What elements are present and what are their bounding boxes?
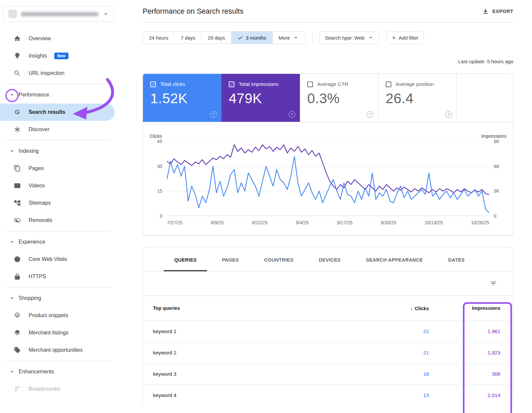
breadcrumb-icon [13,385,21,393]
sidebar-section-label: Performance [19,92,49,98]
sort-descending-icon: ↓ [410,306,413,311]
column-header-impressions[interactable]: Impressions [429,306,500,311]
performance-line-chart [167,141,489,216]
clicks-cell: 18 [357,371,429,377]
checkbox-unchecked-icon[interactable] [386,82,391,87]
right-axis-label: Impressions [481,133,506,139]
sidebar-divider [7,231,110,231]
tab-queries[interactable]: QUERIES [162,247,209,271]
date-range-7-days[interactable]: 7 days [174,32,201,44]
chevron-down-icon [367,34,374,41]
sidebar-item-url-inspection[interactable]: URL inspection [0,65,115,82]
chevron-down-icon [102,11,109,17]
help-icon[interactable]: ? [445,111,452,118]
sidebar-item-breadcrumbs[interactable]: Breadcrumbs [0,380,115,398]
sidebar-item-discover[interactable]: Discover [0,121,115,138]
property-selector[interactable] [3,6,114,22]
date-range-3-months[interactable]: 3 months [231,32,272,44]
table-row[interactable]: keyword 1 22 1,961 [143,320,513,342]
column-header-top-queries[interactable]: Top queries [153,306,357,311]
query-cell: keyword 1 [153,328,357,334]
sidebar-item-label: Discover [29,126,49,132]
date-range-more[interactable]: More [272,32,305,44]
sidebar-item-overview[interactable]: Overview [0,30,115,47]
sidebar-item-label: Insights [29,53,47,59]
tab-countries[interactable]: COUNTRIES [252,247,306,271]
average-ctr-tile[interactable]: Average CTR 0.3% ? [300,74,378,122]
total-impressions-tile[interactable]: Total impressions 479K ? [221,74,300,122]
segment-label: 3 months [246,35,266,41]
sidebar-section-experience[interactable]: Experience [0,233,115,251]
filter-icon[interactable] [490,280,497,287]
new-badge: New [54,53,68,59]
sidebar-item-merchant-opportunities[interactable]: Merchant opportunities [0,341,115,359]
performance-chart-card: Total clicks 1.52K ? Total impressions 4… [143,74,513,236]
sidebar-section-label: Shopping [19,295,41,301]
table-toolbar [143,272,513,296]
checkbox-checked-icon[interactable] [150,82,156,87]
plus-icon: + [392,35,396,41]
queries-table-card: QUERIES PAGES COUNTRIES DEVICES SEARCH A… [143,247,513,406]
sidebar-section-indexing[interactable]: Indexing [0,142,115,160]
sidebar-section-enhancements[interactable]: Enhancements [0,363,115,380]
tab-pages[interactable]: PAGES [209,247,251,271]
sidebar-item-insights[interactable]: Insights New [0,47,115,65]
sidebar-section-label: Enhancements [19,369,54,375]
sidebar-item-search-results[interactable]: G Search results [0,103,115,121]
export-button[interactable]: EXPORT [482,8,513,15]
tab-dates[interactable]: DATES [436,247,477,271]
table-row[interactable]: keyword 4 13 2,014 [143,384,513,406]
metric-label: Total impressions [239,81,279,87]
sidebar-section-shopping[interactable]: Shopping [0,290,115,307]
column-header-clicks[interactable]: ↓Clicks [357,306,429,311]
gauge-icon [13,256,21,263]
checkbox-checked-icon[interactable] [229,82,234,87]
home-icon [13,35,21,42]
table-row[interactable]: keyword 3 18 308 [143,363,513,384]
x-axis-ticks: 7/27/25 8/9/25 8/22/25 9/4/25 9/17/25 9/… [167,220,489,225]
sidebar-item-label: Search results [29,109,65,115]
tab-devices[interactable]: DEVICES [306,247,353,271]
sidebar-item-product-snippets[interactable]: Product snippets [0,307,115,324]
sidebar-item-merchant-listings[interactable]: Merchant listings [0,324,115,341]
sidebar-section-performance[interactable]: Performance [0,86,115,103]
help-icon[interactable]: ? [289,111,295,118]
video-icon [13,182,21,189]
metric-tiles: Total clicks 1.52K ? Total impressions 4… [143,74,513,122]
date-range-28-days[interactable]: 28 days [201,32,231,44]
date-range-24-hours[interactable]: 24 hours [143,32,174,44]
page-title: Performance on Search results [143,7,243,16]
sidebar-item-sitemaps[interactable]: Sitemaps [0,194,115,212]
metric-value: 1.52K [150,91,216,106]
clicks-cell: 22 [357,328,429,334]
sidebar-item-label: Breadcrumbs [29,386,60,392]
sidebar-item-label: Overview [29,36,51,42]
lock-icon [13,273,21,280]
table-row[interactable]: keyword 2 21 1,923 [143,342,513,363]
impressions-cell: 308 [429,371,500,377]
sidebar-item-videos[interactable]: Videos [0,177,115,194]
sidebar-item-https[interactable]: HTTPS [0,268,115,285]
sidebar-item-label: Merchant listings [29,330,68,336]
total-clicks-tile[interactable]: Total clicks 1.52K ? [143,74,221,122]
tab-search-appearance[interactable]: SEARCH APPEARANCE [353,247,435,271]
sidebar-item-label: HTTPS [29,274,46,280]
metric-value: 479K [229,91,295,106]
chevron-down-icon [9,148,15,154]
sidebar-item-pages[interactable]: Pages [0,160,115,177]
help-icon[interactable]: ? [210,111,217,118]
layers-filled-icon [13,329,21,336]
sidebar-item-removals[interactable]: Removals [0,212,115,229]
search-type-chip[interactable]: Search type: Web [319,31,380,44]
segment-label: More [279,35,290,41]
sidebar-item-core-web-vitals[interactable]: Core Web Vitals [0,251,115,268]
query-cell: keyword 4 [153,392,357,398]
sidebar-divider [7,287,110,288]
checkbox-unchecked-icon[interactable] [307,82,313,87]
average-position-tile[interactable]: Average position 26.4 ? [378,74,457,122]
sidebar-section-label: Experience [19,239,45,245]
add-filter-chip[interactable]: + Add filter [386,31,424,44]
sidebar-divider [7,361,110,361]
help-icon[interactable]: ? [367,111,373,118]
sidebar-item-label: Core Web Vitals [29,256,67,262]
